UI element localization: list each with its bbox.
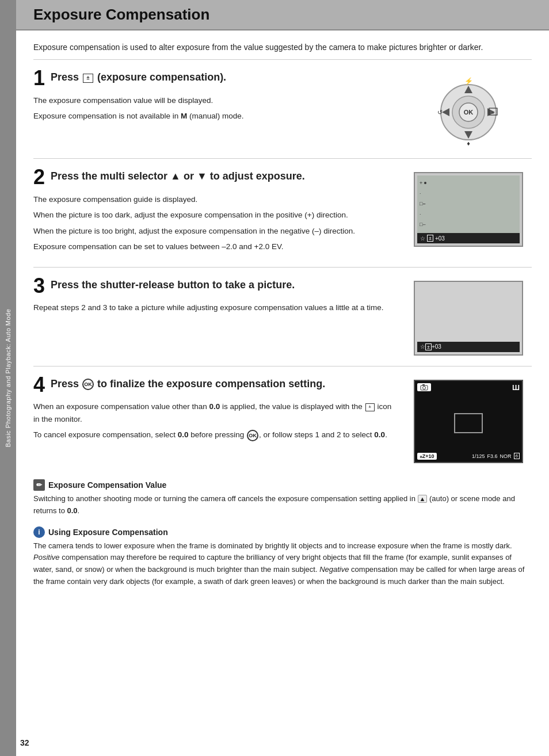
step-2-body-p3: When the picture is too bright, adjust t… (33, 225, 394, 238)
step-4-right: Ш ±Z+10 1/125 F3.6 NOR 6 (405, 377, 532, 463)
svg-text:OK: OK (464, 109, 474, 116)
lcd4-settings: 1/125 F3.6 NOR 6 (472, 453, 520, 459)
exp-label-4: · (420, 211, 421, 217)
svg-point-14 (423, 387, 426, 390)
page-number: 32 (20, 738, 29, 747)
exp-inline-icon: ± (365, 403, 375, 411)
page-title: Exposure Compensation (33, 6, 532, 24)
note-1-body: Switching to another shooting mode or tu… (33, 493, 532, 517)
lcd4-battery: 6 (514, 453, 520, 459)
step-4-lcd: Ш ±Z+10 1/125 F3.6 NOR 6 (414, 380, 523, 463)
lcd4-bottom: ±Z+10 1/125 F3.6 NOR 6 (417, 453, 520, 460)
step-4-number: 4 (33, 375, 45, 395)
lcd4-bracket (454, 413, 483, 433)
step-2-lcd-inner: + · □– · □– (417, 175, 520, 233)
lcd4-exp-box: ±Z+10 (417, 453, 437, 460)
step-2-body-p2: When the picture is too dark, adjust the… (33, 209, 394, 222)
note-1-title: ✏ Exposure Compensation Value (33, 479, 532, 491)
exp-label-1: + (420, 180, 422, 186)
lcd4-camera-icon (417, 383, 431, 391)
step-2: 2 Press the multi selector ▲ or ▼ to adj… (33, 159, 532, 268)
main-content: Exposure compensation is used to alter e… (16, 30, 549, 603)
step-1-right: OK ⚡ ♦ ↺ ± (405, 70, 532, 148)
exp-dot-1 (424, 182, 426, 184)
svg-text:♦: ♦ (467, 140, 470, 147)
svg-rect-15 (422, 384, 425, 385)
step-1-title: Press ± (exposure compensation). (51, 70, 226, 85)
step-4-title: Press OK to finalize the exposure compen… (51, 377, 325, 391)
lcd-bar-value: +03 (435, 235, 445, 242)
lcd-bar-exp-icon-3: ± (425, 343, 432, 350)
info-icon: i (33, 526, 45, 538)
note-2-heading: Using Exposure Compensation (48, 528, 168, 537)
exp-label-5: □– (420, 222, 425, 227)
intro-text: Exposure compensation is used to alter e… (33, 30, 532, 60)
lcd4-aperture: F3.6 (487, 453, 498, 459)
step-2-body-p1: The exposure compensation guide is displ… (33, 193, 394, 206)
ok-btn-inline: OK (247, 430, 258, 441)
pencil-icon: ✏ (33, 479, 45, 491)
step-2-body-p4: Exposure compensation can be set to valu… (33, 240, 394, 253)
step-3-number: 3 (33, 276, 45, 296)
step-4-header: 4 Press OK to finalize the exposure comp… (33, 377, 394, 396)
svg-text:↺: ↺ (437, 109, 443, 116)
lcd4-middle (417, 394, 520, 453)
step-3-title: Press the shutter-release button to take… (51, 278, 295, 292)
lcd-bar-text-2: ☆ (420, 235, 425, 242)
step-4: 4 Press OK to finalize the exposure comp… (33, 366, 532, 474)
step-1-left: 1 Press ± (exposure compensation). The e… (33, 70, 405, 125)
step-1-body-p1: The exposure compensation value will be … (33, 94, 394, 107)
sidebar: Basic Photography and Playback: Auto Mod… (0, 0, 16, 756)
step-1-body: The exposure compensation value will be … (33, 94, 394, 123)
note-2-body: The camera tends to lower exposure when … (33, 540, 532, 588)
step-3-left: 3 Press the shutter-release button to ta… (33, 278, 405, 318)
exp-label-3: □– (420, 201, 425, 207)
step-3-body: Repeat steps 2 and 3 to take a picture w… (33, 301, 394, 314)
note-2-title: i Using Exposure Compensation (33, 526, 532, 538)
exp-label-2: · (420, 190, 421, 196)
step-2-number: 2 (33, 167, 45, 188)
step-4-left: 4 Press OK to finalize the exposure comp… (33, 377, 405, 445)
svg-text:⚡: ⚡ (464, 77, 473, 85)
lcd4-exp-value: Z+10 (422, 453, 434, 459)
note-2: i Using Exposure Compensation The camera… (33, 521, 532, 591)
step-2-lcd: + · □– · □– (414, 172, 523, 247)
step-4-body: When an exposure compensation value othe… (33, 400, 394, 441)
note-1: ✏ Exposure Compensation Value Switching … (33, 474, 532, 521)
step-1-body-p2: Exposure compensation is not available i… (33, 110, 394, 123)
step-3: 3 Press the shutter-release button to ta… (33, 268, 532, 366)
step-2-left: 2 Press the multi selector ▲ or ▼ to adj… (33, 169, 405, 257)
svg-text:±: ± (492, 110, 495, 115)
step-1-number: 1 (33, 68, 45, 89)
note-1-heading: Exposure Compensation Value (48, 480, 166, 490)
step-1-header: 1 Press ± (exposure compensation). (33, 70, 394, 89)
ok-button-icon: OK (82, 379, 94, 390)
camera-control-diagram: OK ⚡ ♦ ↺ ± (414, 73, 523, 148)
step-2-header: 2 Press the multi selector ▲ or ▼ to adj… (33, 169, 394, 188)
lcd4-shutter: 1/125 (472, 453, 485, 459)
step-3-right: ☆ ± +03 (405, 278, 532, 356)
step-3-lcd: ☆ ± +03 (414, 281, 523, 356)
step-2-right: + · □– · □– (405, 169, 532, 247)
step-2-title: Press the multi selector ▲ or ▼ to adjus… (51, 169, 305, 184)
sidebar-label: Basic Photography and Playback: Auto Mod… (5, 309, 12, 448)
auto-mode-icon: ▲ (418, 495, 428, 503)
lcd4-extra: NOR (500, 453, 512, 459)
lcd-bar-exp-icon: ± (427, 235, 433, 242)
step-3-header: 3 Press the shutter-release button to ta… (33, 278, 394, 297)
exp-row-4: · (420, 211, 426, 217)
step-1: 1 Press ± (exposure compensation). The e… (33, 60, 532, 159)
exposure-indicator: + · □– · □– (420, 180, 426, 227)
exp-row-1: + (420, 180, 426, 186)
lcd-bar-text-3: ☆ (420, 343, 425, 350)
step-2-body: The exposure compensation guide is displ… (33, 193, 394, 253)
exp-row-3: □– (420, 201, 426, 207)
step-4-body-p2: To cancel exposure compensation, select … (33, 429, 394, 441)
step-3-lcd-bar: ☆ ± +03 (417, 342, 520, 352)
title-bar: Exposure Compensation (16, 0, 549, 30)
exp-row-5: □– (420, 222, 426, 227)
lcd4-top: Ш (417, 383, 520, 392)
lcd-bar-value-3: +03 (432, 343, 441, 350)
step-3-body-p1: Repeat steps 2 and 3 to take a picture w… (33, 301, 394, 314)
lcd4-menu-label: Ш (512, 383, 520, 392)
